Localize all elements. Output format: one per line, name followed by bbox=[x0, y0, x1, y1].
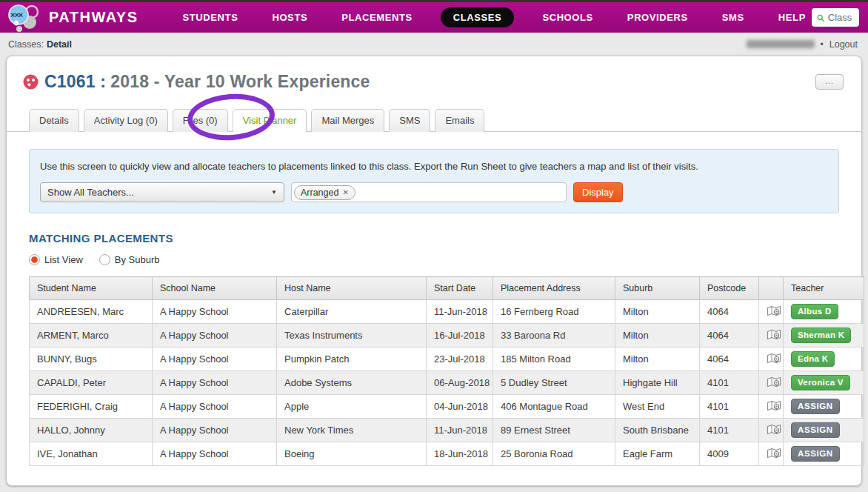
placement-address-cell: 25 Boronia Road bbox=[493, 442, 615, 466]
table-row: ANDREESEN, MarcA Happy SchoolCaterpillar… bbox=[30, 300, 864, 324]
view-option-by-suburb[interactable]: By Suburb bbox=[99, 254, 160, 265]
student-name-link[interactable]: ANDREESEN, Marc bbox=[30, 300, 153, 324]
table-row: HALLO, JohnnyA Happy SchoolNew York Time… bbox=[30, 419, 864, 442]
map-cell[interactable] bbox=[759, 348, 784, 371]
postcode-cell: 4009 bbox=[700, 442, 759, 466]
map-cell[interactable] bbox=[759, 371, 784, 395]
brand[interactable]: ××× PATHWAYS bbox=[7, 2, 138, 33]
student-name-link[interactable]: BUNNY, Bugs bbox=[30, 348, 153, 371]
assign-button[interactable]: ASSIGN bbox=[791, 446, 840, 462]
map-location-icon[interactable] bbox=[767, 423, 781, 436]
map-cell[interactable] bbox=[759, 442, 784, 466]
breadcrumb-section[interactable]: Classes: bbox=[8, 39, 44, 50]
breadcrumb: Classes: Detail • Logout bbox=[0, 33, 868, 56]
assign-button[interactable]: ASSIGN bbox=[791, 399, 840, 414]
tab-activity-log-0[interactable]: Activity Log (0) bbox=[84, 109, 168, 132]
teacher-cell: ASSIGN bbox=[784, 395, 864, 419]
pathways-cluster-logo: ××× bbox=[7, 4, 43, 33]
student-name-link[interactable]: IVE, Jonathan bbox=[30, 442, 153, 466]
start-date-cell: 11-Jun-2018 bbox=[427, 419, 493, 442]
nav-item-hosts[interactable]: HOSTS bbox=[266, 7, 313, 27]
column-header-start-date: Start Date bbox=[427, 277, 493, 300]
student-name-link[interactable]: ARMENT, Marco bbox=[30, 324, 153, 348]
column-header-student-name: Student Name bbox=[30, 277, 153, 300]
radio-icon[interactable] bbox=[99, 254, 110, 265]
teacher-badge[interactable]: Sherman K bbox=[791, 328, 851, 343]
nav-item-providers[interactable]: PROVIDERS bbox=[621, 7, 694, 27]
class-cluster-icon bbox=[23, 74, 39, 90]
logout-link[interactable]: Logout bbox=[829, 39, 858, 50]
teacher-badge[interactable]: Albus D bbox=[791, 304, 838, 319]
tab-sms[interactable]: SMS bbox=[389, 109, 430, 132]
status-chip-label: Arranged bbox=[301, 187, 338, 198]
start-date-cell: 04-Jun-2018 bbox=[427, 395, 493, 419]
tab-mail-merges[interactable]: Mail Merges bbox=[311, 109, 384, 132]
postcode-cell: 4101 bbox=[700, 419, 759, 442]
svg-text:×××: ××× bbox=[10, 10, 23, 19]
nav-item-schools[interactable]: SCHOOLS bbox=[536, 7, 598, 27]
tab-details[interactable]: Details bbox=[29, 109, 79, 132]
host-name-cell: Pumpkin Patch bbox=[277, 348, 427, 371]
tab-visit-planner[interactable]: Visit Planner bbox=[233, 109, 307, 132]
table-row: CAPALDI, PeterA Happy SchoolAdobe System… bbox=[30, 371, 864, 395]
map-location-icon[interactable] bbox=[767, 305, 781, 317]
view-option-list-view[interactable]: List View bbox=[29, 254, 83, 265]
student-name-link[interactable]: HALLO, Johnny bbox=[30, 419, 153, 442]
class-search-box[interactable] bbox=[812, 8, 859, 27]
map-cell[interactable] bbox=[759, 300, 784, 324]
brand-name[interactable]: PATHWAYS bbox=[49, 9, 138, 26]
start-date-cell: 23-Jul-2018 bbox=[427, 348, 493, 371]
visit-planner-info-box: Use this screen to quickly view and allo… bbox=[29, 149, 839, 213]
teacher-badge[interactable]: Veronica V bbox=[791, 375, 850, 390]
map-location-icon[interactable] bbox=[767, 328, 781, 341]
status-filter-input[interactable]: Arranged ✕ bbox=[291, 182, 567, 202]
class-search-input[interactable] bbox=[828, 12, 854, 23]
teacher-cell: Veronica V bbox=[784, 371, 864, 395]
postcode-cell: 4064 bbox=[700, 348, 759, 371]
start-date-cell: 11-Jun-2018 bbox=[427, 300, 493, 324]
display-button[interactable]: Display bbox=[573, 182, 623, 202]
school-name-cell: A Happy School bbox=[153, 442, 277, 466]
close-icon[interactable]: ✕ bbox=[342, 188, 348, 196]
session-separator: • bbox=[821, 39, 824, 50]
host-name-cell: Adobe Systems bbox=[277, 371, 427, 395]
placements-table: Student NameSchool NameHost NameStart Da… bbox=[29, 276, 864, 466]
nav-item-students[interactable]: STUDENTS bbox=[177, 7, 244, 27]
map-location-icon[interactable] bbox=[767, 447, 781, 459]
column-header-teacher: Teacher bbox=[784, 277, 864, 300]
nav-item-help[interactable]: HELP bbox=[772, 7, 812, 27]
teacher-cell: ASSIGN bbox=[784, 442, 864, 466]
suburb-cell: Milton bbox=[615, 348, 700, 371]
assign-button[interactable]: ASSIGN bbox=[791, 422, 840, 438]
nav-item-sms[interactable]: SMS bbox=[716, 7, 750, 27]
nav-item-placements[interactable]: PLACEMENTS bbox=[335, 7, 418, 27]
tab-emails[interactable]: Emails bbox=[435, 109, 484, 132]
host-name-cell: Texas Instruments bbox=[277, 324, 427, 348]
map-cell[interactable] bbox=[759, 324, 784, 348]
teacher-badge[interactable]: Edna K bbox=[791, 351, 835, 367]
host-name-cell: Boeing bbox=[277, 442, 427, 466]
radio-icon[interactable] bbox=[29, 254, 40, 265]
teacher-cell: Albus D bbox=[784, 300, 864, 324]
student-name-link[interactable]: CAPALDI, Peter bbox=[30, 371, 153, 395]
tab-files-0[interactable]: Files (0) bbox=[173, 109, 228, 132]
matching-placements-heading: MATCHING PLACEMENTS bbox=[29, 232, 861, 245]
table-body: ANDREESEN, MarcA Happy SchoolCaterpillar… bbox=[30, 300, 864, 466]
chevron-down-icon: ▼ bbox=[271, 189, 277, 196]
view-option-label: List View bbox=[44, 254, 83, 265]
student-name-link[interactable]: FEDERIGHI, Craig bbox=[30, 395, 153, 419]
more-options-button[interactable]: ... bbox=[815, 74, 844, 90]
view-toggle: List ViewBy Suburb bbox=[29, 254, 861, 265]
teacher-cell: Sherman K bbox=[784, 324, 864, 348]
filter-row: Show All Teachers... ▼ Arranged ✕ Displa… bbox=[40, 182, 828, 202]
teacher-select[interactable]: Show All Teachers... ▼ bbox=[40, 182, 284, 202]
column-header-postcode: Postcode bbox=[700, 277, 759, 300]
map-cell[interactable] bbox=[759, 419, 784, 442]
map-location-icon[interactable] bbox=[767, 399, 781, 412]
map-location-icon[interactable] bbox=[767, 352, 781, 365]
nav-item-classes[interactable]: CLASSES bbox=[441, 7, 515, 27]
teacher-cell: Edna K bbox=[784, 348, 864, 371]
map-cell[interactable] bbox=[759, 395, 784, 419]
map-location-icon[interactable] bbox=[767, 376, 781, 388]
status-chip[interactable]: Arranged ✕ bbox=[294, 185, 355, 200]
